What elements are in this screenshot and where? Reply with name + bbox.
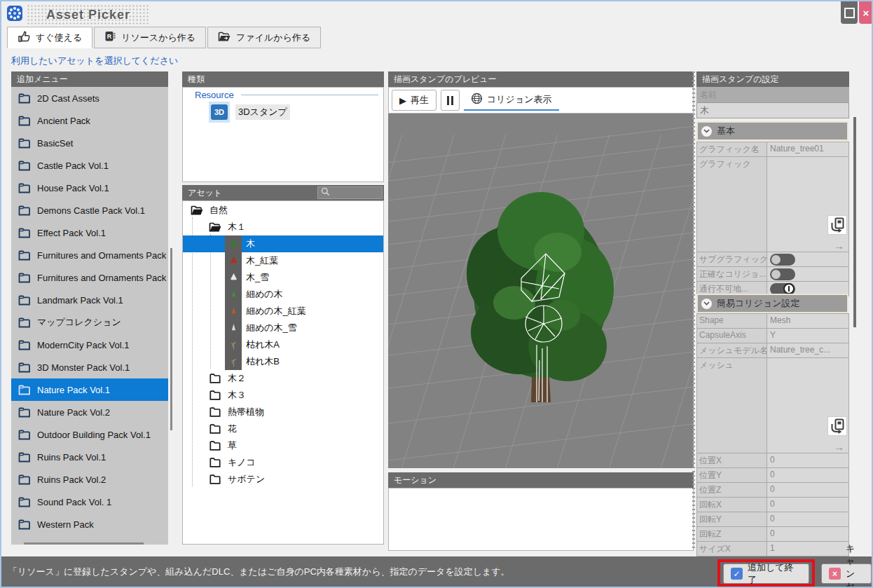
pause-button[interactable]	[441, 90, 460, 111]
add-menu-item[interactable]: Ruins Pack Vol.1	[11, 446, 168, 468]
property-value[interactable]: 0	[767, 468, 848, 482]
add-menu-item[interactable]: Effect Pack Vol.1	[11, 221, 168, 244]
property-row[interactable]: 正確なコリジョ...	[697, 267, 848, 282]
property-value[interactable]: Mesh	[767, 314, 848, 328]
property-row[interactable]: メッシュモデル名 Nature_tree_c...	[697, 343, 848, 358]
maximize-button[interactable]	[841, 1, 858, 24]
settings-scrollbar[interactable]	[853, 117, 856, 327]
tree-item[interactable]: 細めの木	[183, 286, 383, 303]
graphic-select-icon[interactable]	[828, 417, 846, 435]
arrow-right-icon[interactable]: →	[834, 441, 844, 453]
add-menu-item[interactable]: Ruins Pack Vol.2	[11, 468, 168, 491]
property-value[interactable]	[767, 252, 848, 266]
property-row[interactable]: 回転Y 0	[697, 512, 848, 527]
tree-item[interactable]: 細めの木_紅葉	[183, 303, 383, 320]
property-value[interactable]: 0	[767, 453, 848, 467]
tree-item[interactable]: 木_紅葉	[183, 252, 383, 269]
add-menu-item[interactable]: Outdoor Building Pack Vol.1	[11, 423, 168, 446]
motion-list[interactable]	[388, 488, 694, 551]
add-menu-item[interactable]: Landmark Pack Vol.1	[11, 289, 168, 311]
property-value[interactable]: →	[767, 157, 848, 252]
property-value[interactable]: Nature_tree01	[767, 142, 848, 156]
property-row[interactable]: 回転Z 0	[697, 527, 848, 542]
add-menu-item[interactable]: Western Pack	[11, 513, 168, 535]
add-menu-item[interactable]: 2D Cast Assets	[11, 87, 168, 109]
property-row[interactable]: 位置X 0	[697, 453, 848, 468]
property-row[interactable]: メッシュ →	[697, 358, 848, 453]
tree-item[interactable]: 木３	[183, 387, 383, 404]
tab-create-from-resource[interactable]: R リソースから作る	[94, 27, 206, 48]
graphic-select-icon[interactable]	[828, 216, 846, 234]
tree-item[interactable]: 木１	[183, 219, 383, 235]
property-value[interactable]	[767, 267, 848, 281]
property-label: 回転Y	[697, 512, 767, 526]
property-row[interactable]: CapsuleAxis Y	[697, 329, 848, 343]
tree-item[interactable]: 木２	[183, 370, 383, 387]
section-simple-collision[interactable]: 簡易コリジョン設定	[696, 294, 848, 313]
add-menu-item[interactable]: Demons Castle Pack Vol.1	[11, 199, 168, 221]
add-menu-item[interactable]: House Pack Vol.1	[11, 177, 168, 199]
play-button[interactable]: ▶ 再生	[392, 90, 436, 111]
add-menu-item[interactable]: Furnitures and Ornaments Pack V	[11, 244, 168, 266]
property-value[interactable]: 0	[767, 483, 848, 497]
property-row[interactable]: 位置Y 0	[697, 468, 848, 483]
menu-item-label: Nature Pack Vol.1	[37, 385, 110, 395]
property-row[interactable]: Shape Mesh	[697, 314, 848, 329]
collision-display-toggle[interactable]: コリジョン表示	[464, 90, 559, 111]
property-value[interactable]: 0	[767, 498, 848, 512]
type-item-3d-stamp[interactable]: 3D 3Dスタンプ	[209, 102, 290, 123]
add-menu-item[interactable]: 3D Monster Pack Vol.1	[11, 356, 168, 378]
settings-splitter[interactable]	[692, 71, 695, 548]
name-input[interactable]: 木	[696, 102, 849, 118]
add-menu-item[interactable]: Nature Pack Vol.2	[11, 401, 168, 423]
add-menu-item[interactable]: Nature Pack Vol.1	[11, 378, 168, 401]
toggle-off[interactable]	[770, 268, 795, 280]
tree-item[interactable]: 枯れ木B	[183, 353, 383, 370]
toggle-off[interactable]	[770, 254, 795, 266]
play-icon: ▶	[399, 95, 406, 106]
property-value[interactable]: Nature_tree_c...	[767, 343, 848, 357]
tab-ready-to-use[interactable]: すぐ使える	[7, 27, 92, 48]
property-value[interactable]: 1	[767, 542, 848, 556]
add-menu-item[interactable]: Castle Pack Vol.1	[11, 154, 168, 177]
add-menu-item[interactable]: Sound Pack Vol. 1	[11, 491, 168, 513]
property-row[interactable]: サブグラフィック	[697, 252, 848, 267]
asset-search-input[interactable]	[317, 186, 383, 199]
arrow-right-icon[interactable]: →	[834, 240, 844, 252]
tree-item[interactable]: キノコ	[183, 454, 383, 471]
add-menu-horizontal-scrollbar[interactable]	[24, 542, 144, 545]
add-and-finish-button[interactable]: ✓ 追加して終了	[723, 563, 809, 584]
property-value[interactable]: →	[767, 358, 848, 453]
close-button[interactable]: ×	[859, 1, 873, 24]
add-menu-item[interactable]: BasicSet	[11, 132, 168, 154]
tree-item[interactable]: 自然	[183, 202, 383, 219]
preview-3d-viewport[interactable]	[388, 114, 694, 468]
tree-item[interactable]: サボテン	[183, 471, 383, 488]
resource-book-icon: R	[104, 31, 116, 44]
add-menu-item[interactable]: マップコレクション	[11, 311, 168, 334]
property-label: サブグラフィック	[697, 252, 767, 266]
tree-item[interactable]: 花	[183, 421, 383, 437]
add-menu-vertical-scrollbar[interactable]	[170, 248, 172, 430]
tab-create-from-file[interactable]: ファイルから作る	[207, 27, 321, 48]
property-row[interactable]: グラフィック →	[697, 157, 848, 252]
property-row[interactable]: 位置Z 0	[697, 483, 848, 498]
cancel-button[interactable]: × キャンセル	[821, 563, 872, 584]
property-row[interactable]: 回転X 0	[697, 498, 848, 512]
property-value[interactable]: Y	[767, 329, 848, 343]
property-value[interactable]: 0	[767, 512, 848, 526]
menu-item-label: Nature Pack Vol.2	[37, 407, 110, 418]
property-value[interactable]: 0	[767, 527, 848, 541]
tree-item[interactable]: 木	[183, 235, 383, 252]
add-menu-item[interactable]: ModernCity Pack Vol.1	[11, 334, 168, 356]
property-row[interactable]: グラフィック名 Nature_tree01	[697, 142, 848, 157]
section-basic[interactable]: 基本	[696, 121, 848, 141]
tree-item[interactable]: 草	[183, 437, 383, 454]
property-row[interactable]: サイズX 1	[697, 542, 848, 556]
tree-item[interactable]: 木_雪	[183, 269, 383, 286]
add-menu-item[interactable]: Ancient Pack	[11, 109, 168, 132]
add-menu-item[interactable]: Furnitures and Ornaments Pack V	[11, 266, 168, 289]
tree-item[interactable]: 枯れ木A	[183, 336, 383, 353]
tree-item[interactable]: 細めの木_雪	[183, 320, 383, 336]
tree-item[interactable]: 熱帯植物	[183, 404, 383, 421]
